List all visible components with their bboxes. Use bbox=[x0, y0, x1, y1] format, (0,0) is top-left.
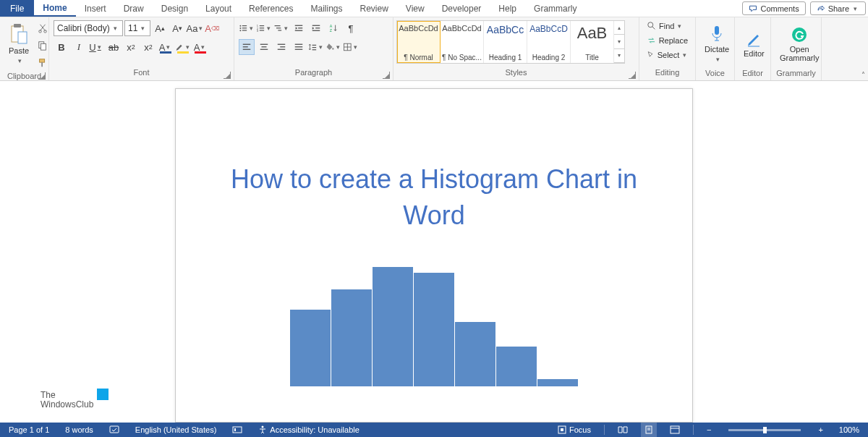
tab-references[interactable]: References bbox=[240, 0, 302, 17]
shading-button[interactable]: ▾ bbox=[326, 39, 341, 55]
bold-button[interactable]: B bbox=[54, 39, 69, 55]
zoom-thumb[interactable] bbox=[763, 427, 767, 433]
subscript-button[interactable]: x2 bbox=[123, 39, 139, 55]
strikethrough-button[interactable]: ab bbox=[106, 39, 122, 55]
styles-expand[interactable]: ▾ bbox=[614, 49, 624, 63]
share-button[interactable]: Share ▾ bbox=[810, 1, 866, 15]
increase-indent-button[interactable] bbox=[308, 20, 324, 36]
style-item--normal[interactable]: AaBbCcDd¶ Normal bbox=[397, 21, 441, 63]
predictions-icon bbox=[232, 425, 242, 434]
svg-rect-55 bbox=[110, 426, 119, 433]
shrink-font-button[interactable]: A▾ bbox=[169, 20, 185, 36]
zoom-in-button[interactable]: + bbox=[815, 423, 825, 437]
zoom-value[interactable]: 100% bbox=[836, 423, 862, 437]
style-item-title[interactable]: AaBTitle bbox=[571, 21, 614, 63]
highlight-button[interactable]: ▾ bbox=[175, 39, 191, 55]
word-count[interactable]: 8 words bbox=[62, 423, 96, 437]
open-grammarly-button[interactable]: Open Grammarly bbox=[775, 20, 823, 68]
tab-layout[interactable]: Layout bbox=[197, 0, 240, 17]
editor-button[interactable]: Editor bbox=[739, 20, 769, 68]
font-color-button[interactable]: A▾ bbox=[192, 39, 208, 55]
style-item-heading-2[interactable]: AaBbCcDHeading 2 bbox=[527, 21, 571, 63]
justify-button[interactable] bbox=[291, 39, 307, 55]
shading-icon bbox=[326, 42, 335, 52]
font-dialog-launcher[interactable] bbox=[224, 72, 231, 79]
font-name-combo[interactable]: Calibri (Body)▾ bbox=[54, 20, 123, 36]
document-heading: How to create a Histogram Chart in Word bbox=[219, 161, 649, 234]
paragraph-dialog-launcher[interactable] bbox=[383, 72, 390, 79]
svg-rect-37 bbox=[260, 49, 268, 50]
page[interactable]: How to create a Histogram Chart in Word bbox=[175, 88, 693, 423]
tab-view[interactable]: View bbox=[397, 0, 433, 17]
cut-button[interactable] bbox=[35, 20, 51, 36]
file-tab[interactable]: File bbox=[0, 0, 34, 17]
tab-developer[interactable]: Developer bbox=[433, 0, 490, 17]
line-spacing-button[interactable]: ▾ bbox=[308, 39, 324, 55]
replace-icon bbox=[647, 35, 657, 46]
underline-button[interactable]: U▾ bbox=[88, 39, 104, 55]
comments-button[interactable]: Comments bbox=[742, 1, 805, 15]
spellcheck-status[interactable] bbox=[106, 423, 122, 437]
align-center-icon bbox=[259, 42, 269, 52]
show-hide-button[interactable]: ¶ bbox=[343, 20, 359, 36]
decrease-indent-button[interactable] bbox=[291, 20, 307, 36]
dictate-button[interactable]: Dictate▾ bbox=[700, 20, 733, 68]
clipboard-dialog-launcher[interactable] bbox=[38, 72, 46, 80]
accessibility-status[interactable]: Accessibility: Unavailable bbox=[255, 423, 362, 437]
page-status[interactable]: Page 1 of 1 bbox=[6, 423, 52, 437]
tab-design[interactable]: Design bbox=[153, 0, 197, 17]
bullets-button[interactable]: ▾ bbox=[239, 20, 255, 36]
clear-formatting-button[interactable]: A⌫ bbox=[204, 20, 220, 36]
style-preview: AaBbCc bbox=[487, 24, 524, 35]
text-effects-button[interactable]: A▾ bbox=[158, 39, 174, 55]
tab-insert[interactable]: Insert bbox=[76, 0, 115, 17]
select-button[interactable]: Select▾ bbox=[644, 48, 691, 62]
web-layout-button[interactable] bbox=[667, 423, 683, 437]
tab-home[interactable]: Home bbox=[34, 0, 75, 17]
font-name-value: Calibri (Body) bbox=[57, 23, 110, 33]
align-center-button[interactable] bbox=[256, 39, 272, 55]
tab-review[interactable]: Review bbox=[352, 0, 397, 17]
tab-draw[interactable]: Draw bbox=[115, 0, 153, 17]
align-right-button[interactable] bbox=[273, 39, 289, 55]
svg-rect-64 bbox=[671, 426, 679, 433]
tab-help[interactable]: Help bbox=[490, 0, 525, 17]
borders-button[interactable]: ▾ bbox=[343, 39, 359, 55]
grow-font-button[interactable]: A▴ bbox=[152, 20, 168, 36]
ribbon-remainder: ˄ bbox=[822, 17, 868, 80]
align-left-button[interactable] bbox=[239, 39, 255, 55]
superscript-button[interactable]: x2 bbox=[140, 39, 156, 55]
replace-button[interactable]: Replace bbox=[644, 33, 691, 48]
format-painter-button[interactable] bbox=[35, 55, 51, 71]
styles-group-label: Styles bbox=[393, 67, 639, 80]
accessibility-icon bbox=[258, 425, 267, 434]
styles-dialog-launcher[interactable] bbox=[629, 72, 636, 79]
editing-group-label: Editing bbox=[639, 67, 695, 80]
tab-grammarly[interactable]: Grammarly bbox=[525, 0, 585, 17]
paste-label: Paste bbox=[9, 46, 29, 55]
zoom-slider[interactable] bbox=[728, 429, 801, 431]
sort-button[interactable]: AZ bbox=[326, 20, 341, 36]
collapse-ribbon-button[interactable]: ˄ bbox=[861, 71, 865, 79]
change-case-button[interactable]: Aa▾ bbox=[187, 20, 203, 36]
italic-button[interactable]: I bbox=[71, 39, 87, 55]
text-predictions[interactable] bbox=[229, 423, 245, 437]
styles-row-down[interactable]: ▾ bbox=[614, 35, 624, 48]
font-size-combo[interactable]: 11▾ bbox=[124, 20, 150, 36]
language-status[interactable]: English (United States) bbox=[132, 423, 220, 437]
copy-button[interactable] bbox=[35, 38, 51, 54]
style-item--no-spac-[interactable]: AaBbCcDd¶ No Spac... bbox=[441, 21, 484, 63]
zoom-out-button[interactable]: − bbox=[704, 423, 714, 437]
find-button[interactable]: Find▾ bbox=[644, 19, 691, 33]
multilevel-list-button[interactable]: ▾ bbox=[273, 20, 289, 36]
print-layout-button[interactable] bbox=[641, 423, 657, 437]
numbering-button[interactable]: 123▾ bbox=[256, 20, 272, 36]
group-voice: Dictate▾ Voice bbox=[696, 17, 735, 80]
tab-mailings[interactable]: Mailings bbox=[302, 0, 351, 17]
chevron-down-icon: ▾ bbox=[854, 5, 859, 12]
focus-button[interactable]: Focus bbox=[555, 423, 594, 437]
styles-row-up[interactable]: ▴ bbox=[614, 21, 624, 35]
read-mode-button[interactable] bbox=[615, 423, 631, 437]
paste-button[interactable]: Paste ▾ bbox=[4, 20, 33, 68]
style-item-heading-1[interactable]: AaBbCcHeading 1 bbox=[484, 21, 527, 63]
